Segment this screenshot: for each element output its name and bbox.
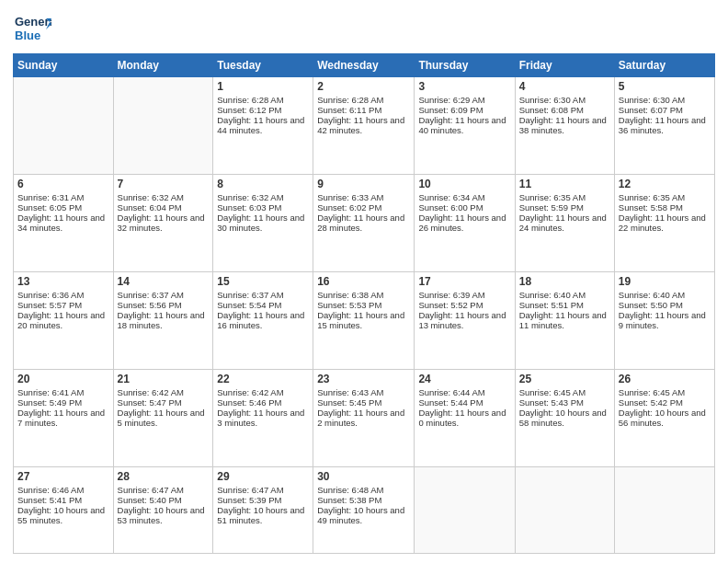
- sunset-text: Sunset: 6:04 PM: [118, 202, 210, 213]
- sunrise-text: Sunrise: 6:28 AM: [217, 95, 309, 105]
- sunset-text: Sunset: 6:07 PM: [619, 105, 711, 115]
- col-header-wednesday: Wednesday: [313, 54, 415, 77]
- day-number: 10: [418, 178, 510, 190]
- day-cell: 2Sunrise: 6:28 AMSunset: 6:11 PMDaylight…: [313, 77, 415, 175]
- svg-text:Blue: Blue: [15, 29, 40, 42]
- day-cell: 16Sunrise: 6:38 AMSunset: 5:53 PMDayligh…: [313, 272, 415, 370]
- day-cell: 10Sunrise: 6:34 AMSunset: 6:00 PMDayligh…: [415, 175, 515, 272]
- day-cell: [113, 77, 213, 175]
- sunset-text: Sunset: 5:46 PM: [217, 397, 309, 408]
- sunset-text: Sunset: 6:00 PM: [418, 202, 510, 213]
- daylight-text: Daylight: 11 hours and 42 minutes.: [317, 115, 410, 135]
- day-number: 8: [217, 178, 309, 190]
- daylight-text: Daylight: 11 hours and 15 minutes.: [317, 310, 410, 330]
- day-cell: 7Sunrise: 6:32 AMSunset: 6:04 PMDaylight…: [113, 175, 213, 272]
- sunrise-text: Sunrise: 6:37 AM: [118, 290, 210, 300]
- sunrise-text: Sunrise: 6:42 AM: [118, 387, 210, 397]
- sunset-text: Sunset: 5:44 PM: [418, 397, 510, 408]
- day-number: 18: [519, 275, 610, 288]
- sunrise-text: Sunrise: 6:41 AM: [17, 387, 109, 397]
- sunrise-text: Sunrise: 6:38 AM: [317, 290, 410, 300]
- day-number: 22: [217, 373, 309, 385]
- sunrise-text: Sunrise: 6:40 AM: [619, 290, 711, 300]
- sunset-text: Sunset: 5:41 PM: [17, 495, 109, 505]
- sunset-text: Sunset: 5:58 PM: [619, 202, 711, 213]
- daylight-text: Daylight: 11 hours and 22 minutes.: [619, 213, 711, 233]
- page-container: General Blue SundayMondayTuesdayWednesda…: [0, 0, 728, 563]
- day-number: 28: [118, 470, 210, 483]
- day-cell: 27Sunrise: 6:46 AMSunset: 5:41 PMDayligh…: [14, 467, 114, 554]
- day-number: 4: [519, 80, 610, 93]
- day-cell: 29Sunrise: 6:47 AMSunset: 5:39 PMDayligh…: [213, 467, 313, 554]
- daylight-text: Daylight: 11 hours and 26 minutes.: [418, 213, 510, 233]
- sunset-text: Sunset: 5:57 PM: [17, 300, 109, 310]
- day-cell: 13Sunrise: 6:36 AMSunset: 5:57 PMDayligh…: [14, 272, 114, 370]
- daylight-text: Daylight: 11 hours and 38 minutes.: [519, 115, 610, 135]
- day-cell: 22Sunrise: 6:42 AMSunset: 5:46 PMDayligh…: [213, 370, 313, 467]
- col-header-friday: Friday: [515, 54, 614, 77]
- sunrise-text: Sunrise: 6:31 AM: [17, 192, 109, 202]
- sunrise-text: Sunrise: 6:45 AM: [619, 387, 711, 397]
- day-number: 19: [619, 275, 711, 288]
- sunrise-text: Sunrise: 6:44 AM: [418, 387, 510, 397]
- sunset-text: Sunset: 6:02 PM: [317, 202, 410, 213]
- daylight-text: Daylight: 10 hours and 51 minutes.: [217, 505, 309, 525]
- day-number: 6: [17, 178, 109, 190]
- sunset-text: Sunset: 5:38 PM: [317, 495, 410, 505]
- sunrise-text: Sunrise: 6:40 AM: [519, 290, 610, 300]
- daylight-text: Daylight: 11 hours and 44 minutes.: [217, 115, 309, 135]
- sunset-text: Sunset: 5:43 PM: [519, 397, 610, 408]
- daylight-text: Daylight: 11 hours and 3 minutes.: [217, 408, 309, 428]
- day-cell: 25Sunrise: 6:45 AMSunset: 5:43 PMDayligh…: [515, 370, 614, 467]
- sunset-text: Sunset: 5:49 PM: [17, 397, 109, 408]
- daylight-text: Daylight: 11 hours and 34 minutes.: [17, 213, 109, 233]
- day-number: 5: [619, 80, 711, 93]
- sunset-text: Sunset: 5:45 PM: [317, 397, 410, 408]
- day-number: 30: [317, 470, 410, 483]
- day-cell: 19Sunrise: 6:40 AMSunset: 5:50 PMDayligh…: [614, 272, 714, 370]
- daylight-text: Daylight: 10 hours and 49 minutes.: [317, 505, 410, 525]
- day-cell: 21Sunrise: 6:42 AMSunset: 5:47 PMDayligh…: [113, 370, 213, 467]
- day-cell: 12Sunrise: 6:35 AMSunset: 5:58 PMDayligh…: [614, 175, 714, 272]
- day-cell: [415, 467, 515, 554]
- sunset-text: Sunset: 5:42 PM: [619, 397, 711, 408]
- sunrise-text: Sunrise: 6:32 AM: [118, 192, 210, 202]
- sunrise-text: Sunrise: 6:30 AM: [519, 95, 610, 105]
- sunrise-text: Sunrise: 6:42 AM: [217, 387, 309, 397]
- daylight-text: Daylight: 11 hours and 36 minutes.: [619, 115, 711, 135]
- daylight-text: Daylight: 10 hours and 56 minutes.: [619, 408, 711, 428]
- week-row-1: 1Sunrise: 6:28 AMSunset: 6:12 PMDaylight…: [14, 77, 715, 175]
- sunrise-text: Sunrise: 6:36 AM: [17, 290, 109, 300]
- daylight-text: Daylight: 11 hours and 0 minutes.: [418, 408, 510, 428]
- sunrise-text: Sunrise: 6:48 AM: [317, 485, 410, 495]
- sunset-text: Sunset: 5:50 PM: [619, 300, 711, 310]
- logo: General Blue: [13, 9, 51, 48]
- sunrise-text: Sunrise: 6:30 AM: [619, 95, 711, 105]
- day-number: 17: [418, 275, 510, 288]
- daylight-text: Daylight: 11 hours and 18 minutes.: [118, 310, 210, 330]
- day-number: 14: [118, 275, 210, 288]
- daylight-text: Daylight: 11 hours and 11 minutes.: [519, 310, 610, 330]
- sunrise-text: Sunrise: 6:33 AM: [317, 192, 410, 202]
- col-header-monday: Monday: [113, 54, 213, 77]
- day-number: 24: [418, 373, 510, 385]
- day-cell: 23Sunrise: 6:43 AMSunset: 5:45 PMDayligh…: [313, 370, 415, 467]
- day-cell: 1Sunrise: 6:28 AMSunset: 6:12 PMDaylight…: [213, 77, 313, 175]
- day-number: 25: [519, 373, 610, 385]
- sunset-text: Sunset: 6:12 PM: [217, 105, 309, 115]
- daylight-text: Daylight: 11 hours and 40 minutes.: [418, 115, 510, 135]
- daylight-text: Daylight: 10 hours and 53 minutes.: [118, 505, 210, 525]
- sunrise-text: Sunrise: 6:28 AM: [317, 95, 410, 105]
- col-header-saturday: Saturday: [614, 54, 714, 77]
- day-number: 9: [317, 178, 410, 190]
- sunset-text: Sunset: 6:11 PM: [317, 105, 410, 115]
- day-cell: 3Sunrise: 6:29 AMSunset: 6:09 PMDaylight…: [415, 77, 515, 175]
- day-number: 26: [619, 373, 711, 385]
- sunset-text: Sunset: 6:08 PM: [519, 105, 610, 115]
- header-row: SundayMondayTuesdayWednesdayThursdayFrid…: [14, 54, 715, 77]
- day-number: 2: [317, 80, 410, 93]
- sunset-text: Sunset: 6:05 PM: [17, 202, 109, 213]
- daylight-text: Daylight: 11 hours and 20 minutes.: [17, 310, 109, 330]
- sunrise-text: Sunrise: 6:35 AM: [619, 192, 711, 202]
- day-cell: [14, 77, 114, 175]
